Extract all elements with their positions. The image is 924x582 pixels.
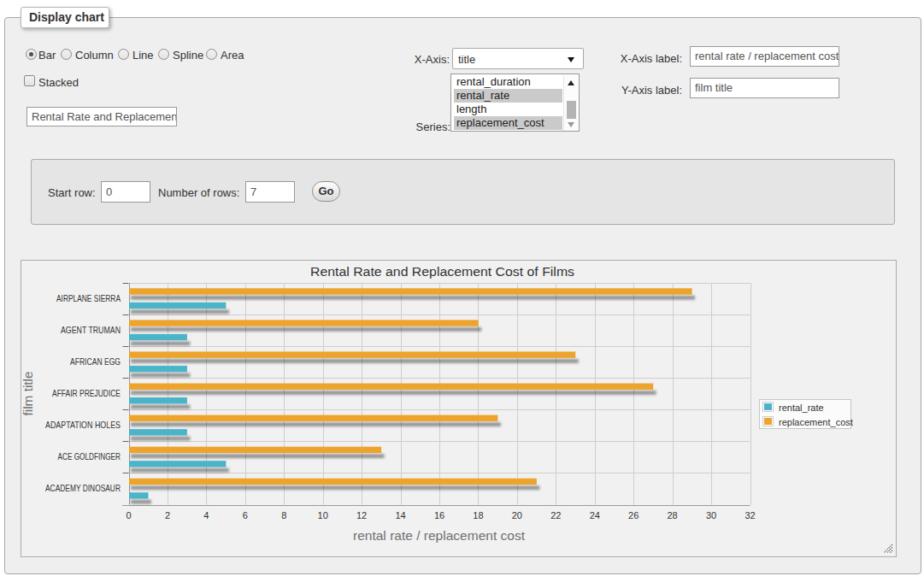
svg-text:AGENT TRUMAN: AGENT TRUMAN — [61, 325, 121, 335]
svg-text:6: 6 — [243, 510, 248, 520]
svg-text:18: 18 — [473, 510, 483, 520]
svg-text:AFFAIR PREJUDICE: AFFAIR PREJUDICE — [52, 388, 121, 398]
svg-text:12: 12 — [356, 510, 367, 520]
svg-text:20: 20 — [512, 510, 522, 520]
svg-text:22: 22 — [550, 510, 561, 520]
svg-text:10: 10 — [318, 510, 328, 520]
svg-text:AIRPLANE SIERRA: AIRPLANE SIERRA — [56, 293, 121, 303]
svg-text:2: 2 — [165, 510, 170, 520]
svg-text:film title: film title — [21, 372, 35, 416]
svg-text:32: 32 — [744, 510, 755, 520]
svg-text:ACADEMY DINOSAUR: ACADEMY DINOSAUR — [45, 483, 121, 493]
svg-text:4: 4 — [203, 510, 209, 520]
svg-text:16: 16 — [434, 510, 444, 520]
svg-text:30: 30 — [706, 510, 716, 520]
svg-text:28: 28 — [668, 510, 678, 520]
svg-text:rental rate / replacement cost: rental rate / replacement cost — [353, 528, 526, 543]
svg-text:8: 8 — [281, 510, 286, 520]
svg-text:ACE GOLDFINGER: ACE GOLDFINGER — [58, 451, 121, 461]
svg-text:26: 26 — [628, 510, 639, 520]
svg-text:14: 14 — [395, 510, 405, 520]
svg-text:0: 0 — [126, 510, 131, 520]
svg-text:Rental Rate and Replacement Co: Rental Rate and Replacement Cost of Film… — [310, 264, 574, 279]
svg-text:24: 24 — [590, 510, 600, 520]
svg-text:ADAPTATION HOLES: ADAPTATION HOLES — [45, 420, 121, 430]
svg-text:AFRICAN EGG: AFRICAN EGG — [70, 356, 121, 367]
